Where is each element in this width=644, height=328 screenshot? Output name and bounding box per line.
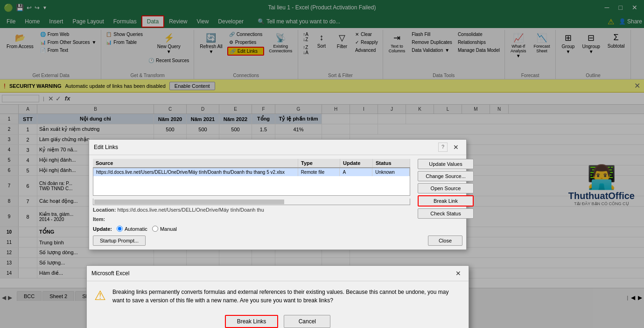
links-col-type: Type (298, 159, 340, 167)
links-col-update: Update (340, 159, 373, 167)
edit-links-table-area: Source Type Update Status https://d.docs… (93, 159, 410, 232)
change-source-btn[interactable]: Change Source... (418, 171, 474, 181)
links-table: https://d.docs.live.net/Users/DELL/OneDr… (93, 168, 410, 196)
edit-links-dialog: Edit Links ? ✕ Source Type Update Status… (89, 139, 467, 250)
edit-links-action-btns: Update Values Change Source... Open Sour… (418, 159, 474, 232)
link-status: Unknown (372, 168, 410, 176)
manual-radio-label: Manual (152, 226, 177, 232)
break-links-confirm-btn[interactable]: Break Links (225, 315, 279, 328)
confirm-dialog-title: Microsoft Excel ✕ (87, 266, 469, 281)
confirm-warning-icon: ⚠ (94, 288, 106, 303)
edit-links-close-btn[interactable]: ✕ (450, 143, 462, 152)
edit-links-dialog-title: Edit Links ? ✕ (89, 140, 466, 155)
link-source: https://d.docs.live.net/Users/DELL/OneDr… (93, 168, 298, 176)
edit-links-title-text: Edit Links (94, 144, 118, 150)
break-link-btn[interactable]: Break Link (418, 195, 474, 207)
update-values-btn[interactable]: Update Values (418, 159, 474, 169)
manual-radio[interactable] (152, 226, 158, 232)
edit-links-close-footer-btn[interactable]: Close (428, 235, 462, 246)
cancel-confirm-btn[interactable]: Cancel (284, 315, 330, 328)
link-update-row: Update: Automatic Manual (93, 226, 410, 232)
confirm-message: Breaking links permanently converts form… (112, 288, 461, 305)
item-label: Item: (93, 216, 105, 222)
dialog-title-btns: ? ✕ (438, 143, 462, 152)
links-col-source: Source (93, 159, 298, 167)
link-update: A (340, 168, 372, 176)
location-label: Location: (93, 207, 116, 213)
location-value: https://d.docs.live.net/Users/DELL/OneDr… (118, 207, 264, 213)
links-scrollbar-thumb (94, 200, 284, 204)
confirm-title-text: Microsoft Excel (91, 270, 129, 277)
open-source-btn[interactable]: Open Source (418, 183, 474, 193)
startup-prompt-btn[interactable]: Startup Prompt... (93, 235, 146, 246)
dialog-title-content: Edit Links (94, 144, 118, 150)
confirm-footer: Break Links Cancel (87, 311, 469, 328)
link-location-row: Location: https://d.docs.live.net/Users/… (93, 205, 410, 214)
check-status-btn[interactable]: Check Status (418, 208, 474, 219)
edit-links-help-btn[interactable]: ? (438, 143, 448, 152)
update-label: Update: (93, 226, 112, 232)
edit-links-main: Source Type Update Status https://d.docs… (93, 159, 462, 232)
confirm-body: ⚠ Breaking links permanently converts fo… (87, 281, 469, 311)
edit-links-footer: Startup Prompt... Close (93, 235, 462, 246)
confirm-dialog: Microsoft Excel ✕ ⚠ Breaking links perma… (86, 265, 469, 328)
link-type: Remote file (298, 168, 340, 176)
link-item-row: Item: (93, 214, 410, 224)
auto-radio-label: Automatic (117, 226, 147, 232)
links-table-header: Source Type Update Status (93, 159, 410, 168)
edit-links-body: Source Type Update Status https://d.docs… (89, 155, 466, 250)
links-col-status: Status (373, 159, 410, 167)
link-row-1[interactable]: https://d.docs.live.net/Users/DELL/OneDr… (93, 168, 410, 176)
confirm-close-btn[interactable]: ✕ (453, 269, 464, 278)
links-scrollbar[interactable] (93, 199, 410, 205)
auto-radio[interactable] (117, 226, 123, 232)
